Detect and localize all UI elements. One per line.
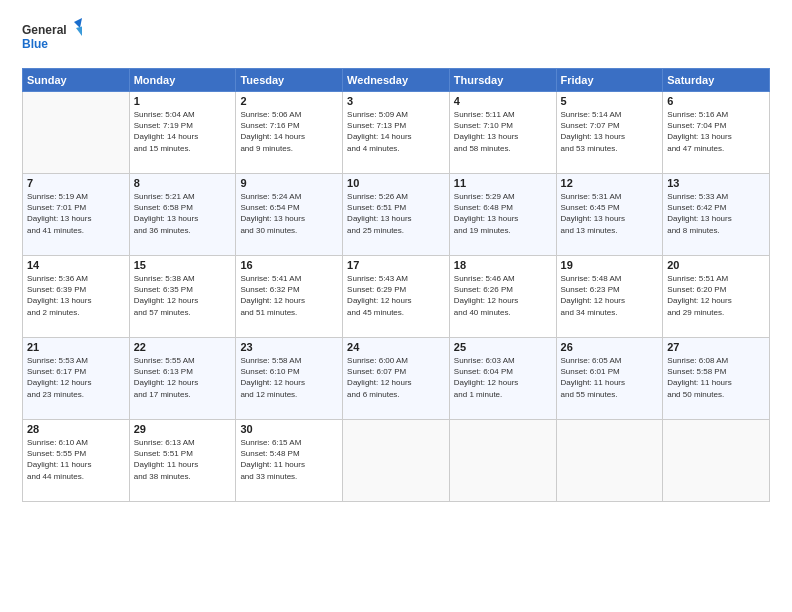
calendar-cell: 6Sunrise: 5:16 AM Sunset: 7:04 PM Daylig…: [663, 92, 770, 174]
calendar-cell: 27Sunrise: 6:08 AM Sunset: 5:58 PM Dayli…: [663, 338, 770, 420]
day-info: Sunrise: 5:19 AM Sunset: 7:01 PM Dayligh…: [27, 191, 125, 236]
calendar-cell: 15Sunrise: 5:38 AM Sunset: 6:35 PM Dayli…: [129, 256, 236, 338]
day-number: 16: [240, 259, 338, 271]
day-number: 17: [347, 259, 445, 271]
day-number: 10: [347, 177, 445, 189]
weekday-header-tuesday: Tuesday: [236, 69, 343, 92]
calendar-cell: [23, 92, 130, 174]
day-info: Sunrise: 5:36 AM Sunset: 6:39 PM Dayligh…: [27, 273, 125, 318]
calendar-cell: 4Sunrise: 5:11 AM Sunset: 7:10 PM Daylig…: [449, 92, 556, 174]
day-info: Sunrise: 5:41 AM Sunset: 6:32 PM Dayligh…: [240, 273, 338, 318]
day-info: Sunrise: 5:38 AM Sunset: 6:35 PM Dayligh…: [134, 273, 232, 318]
day-info: Sunrise: 5:06 AM Sunset: 7:16 PM Dayligh…: [240, 109, 338, 154]
day-info: Sunrise: 5:09 AM Sunset: 7:13 PM Dayligh…: [347, 109, 445, 154]
day-info: Sunrise: 5:26 AM Sunset: 6:51 PM Dayligh…: [347, 191, 445, 236]
day-number: 24: [347, 341, 445, 353]
calendar-cell: 21Sunrise: 5:53 AM Sunset: 6:17 PM Dayli…: [23, 338, 130, 420]
calendar-cell: 25Sunrise: 6:03 AM Sunset: 6:04 PM Dayli…: [449, 338, 556, 420]
calendar-cell: 8Sunrise: 5:21 AM Sunset: 6:58 PM Daylig…: [129, 174, 236, 256]
day-number: 15: [134, 259, 232, 271]
day-info: Sunrise: 5:29 AM Sunset: 6:48 PM Dayligh…: [454, 191, 552, 236]
day-info: Sunrise: 6:15 AM Sunset: 5:48 PM Dayligh…: [240, 437, 338, 482]
day-number: 22: [134, 341, 232, 353]
svg-text:Blue: Blue: [22, 37, 48, 51]
calendar-cell: 5Sunrise: 5:14 AM Sunset: 7:07 PM Daylig…: [556, 92, 663, 174]
day-info: Sunrise: 6:00 AM Sunset: 6:07 PM Dayligh…: [347, 355, 445, 400]
day-info: Sunrise: 5:46 AM Sunset: 6:26 PM Dayligh…: [454, 273, 552, 318]
svg-marker-3: [76, 26, 82, 36]
calendar-cell: 30Sunrise: 6:15 AM Sunset: 5:48 PM Dayli…: [236, 420, 343, 502]
day-number: 19: [561, 259, 659, 271]
calendar-cell: 12Sunrise: 5:31 AM Sunset: 6:45 PM Dayli…: [556, 174, 663, 256]
day-info: Sunrise: 5:51 AM Sunset: 6:20 PM Dayligh…: [667, 273, 765, 318]
calendar-week-4: 21Sunrise: 5:53 AM Sunset: 6:17 PM Dayli…: [23, 338, 770, 420]
day-info: Sunrise: 5:16 AM Sunset: 7:04 PM Dayligh…: [667, 109, 765, 154]
calendar-cell: 18Sunrise: 5:46 AM Sunset: 6:26 PM Dayli…: [449, 256, 556, 338]
day-number: 14: [27, 259, 125, 271]
calendar-cell: 9Sunrise: 5:24 AM Sunset: 6:54 PM Daylig…: [236, 174, 343, 256]
weekday-header-monday: Monday: [129, 69, 236, 92]
day-number: 7: [27, 177, 125, 189]
calendar-cell: 7Sunrise: 5:19 AM Sunset: 7:01 PM Daylig…: [23, 174, 130, 256]
weekday-header-thursday: Thursday: [449, 69, 556, 92]
calendar-cell: [449, 420, 556, 502]
day-info: Sunrise: 5:43 AM Sunset: 6:29 PM Dayligh…: [347, 273, 445, 318]
calendar-cell: 24Sunrise: 6:00 AM Sunset: 6:07 PM Dayli…: [343, 338, 450, 420]
calendar-cell: 23Sunrise: 5:58 AM Sunset: 6:10 PM Dayli…: [236, 338, 343, 420]
calendar-cell: 1Sunrise: 5:04 AM Sunset: 7:19 PM Daylig…: [129, 92, 236, 174]
day-info: Sunrise: 5:55 AM Sunset: 6:13 PM Dayligh…: [134, 355, 232, 400]
calendar-cell: 26Sunrise: 6:05 AM Sunset: 6:01 PM Dayli…: [556, 338, 663, 420]
logo-svg: General Blue: [22, 18, 82, 58]
day-number: 30: [240, 423, 338, 435]
day-info: Sunrise: 6:03 AM Sunset: 6:04 PM Dayligh…: [454, 355, 552, 400]
weekday-header-friday: Friday: [556, 69, 663, 92]
calendar-cell: 10Sunrise: 5:26 AM Sunset: 6:51 PM Dayli…: [343, 174, 450, 256]
day-info: Sunrise: 5:58 AM Sunset: 6:10 PM Dayligh…: [240, 355, 338, 400]
day-info: Sunrise: 5:53 AM Sunset: 6:17 PM Dayligh…: [27, 355, 125, 400]
day-number: 1: [134, 95, 232, 107]
weekday-header-saturday: Saturday: [663, 69, 770, 92]
day-info: Sunrise: 6:08 AM Sunset: 5:58 PM Dayligh…: [667, 355, 765, 400]
day-info: Sunrise: 6:05 AM Sunset: 6:01 PM Dayligh…: [561, 355, 659, 400]
day-number: 28: [27, 423, 125, 435]
calendar-week-5: 28Sunrise: 6:10 AM Sunset: 5:55 PM Dayli…: [23, 420, 770, 502]
day-number: 5: [561, 95, 659, 107]
calendar-cell: 14Sunrise: 5:36 AM Sunset: 6:39 PM Dayli…: [23, 256, 130, 338]
day-number: 29: [134, 423, 232, 435]
calendar-cell: 28Sunrise: 6:10 AM Sunset: 5:55 PM Dayli…: [23, 420, 130, 502]
calendar-week-1: 1Sunrise: 5:04 AM Sunset: 7:19 PM Daylig…: [23, 92, 770, 174]
page-header: General Blue: [22, 18, 770, 58]
calendar-week-3: 14Sunrise: 5:36 AM Sunset: 6:39 PM Dayli…: [23, 256, 770, 338]
day-number: 3: [347, 95, 445, 107]
weekday-header-row: SundayMondayTuesdayWednesdayThursdayFrid…: [23, 69, 770, 92]
day-number: 12: [561, 177, 659, 189]
day-number: 18: [454, 259, 552, 271]
day-info: Sunrise: 5:24 AM Sunset: 6:54 PM Dayligh…: [240, 191, 338, 236]
calendar-week-2: 7Sunrise: 5:19 AM Sunset: 7:01 PM Daylig…: [23, 174, 770, 256]
logo: General Blue: [22, 18, 82, 58]
calendar-cell: 2Sunrise: 5:06 AM Sunset: 7:16 PM Daylig…: [236, 92, 343, 174]
calendar-cell: 13Sunrise: 5:33 AM Sunset: 6:42 PM Dayli…: [663, 174, 770, 256]
day-number: 11: [454, 177, 552, 189]
calendar-body: 1Sunrise: 5:04 AM Sunset: 7:19 PM Daylig…: [23, 92, 770, 502]
day-number: 8: [134, 177, 232, 189]
calendar-cell: 22Sunrise: 5:55 AM Sunset: 6:13 PM Dayli…: [129, 338, 236, 420]
day-info: Sunrise: 5:31 AM Sunset: 6:45 PM Dayligh…: [561, 191, 659, 236]
day-number: 23: [240, 341, 338, 353]
day-number: 6: [667, 95, 765, 107]
calendar-cell: 11Sunrise: 5:29 AM Sunset: 6:48 PM Dayli…: [449, 174, 556, 256]
day-number: 21: [27, 341, 125, 353]
calendar-cell: 20Sunrise: 5:51 AM Sunset: 6:20 PM Dayli…: [663, 256, 770, 338]
day-info: Sunrise: 5:14 AM Sunset: 7:07 PM Dayligh…: [561, 109, 659, 154]
day-number: 26: [561, 341, 659, 353]
calendar-cell: 17Sunrise: 5:43 AM Sunset: 6:29 PM Dayli…: [343, 256, 450, 338]
day-number: 13: [667, 177, 765, 189]
day-number: 25: [454, 341, 552, 353]
weekday-header-sunday: Sunday: [23, 69, 130, 92]
svg-text:General: General: [22, 23, 67, 37]
day-info: Sunrise: 5:11 AM Sunset: 7:10 PM Dayligh…: [454, 109, 552, 154]
calendar-cell: 29Sunrise: 6:13 AM Sunset: 5:51 PM Dayli…: [129, 420, 236, 502]
calendar-cell: 16Sunrise: 5:41 AM Sunset: 6:32 PM Dayli…: [236, 256, 343, 338]
day-number: 9: [240, 177, 338, 189]
day-number: 20: [667, 259, 765, 271]
